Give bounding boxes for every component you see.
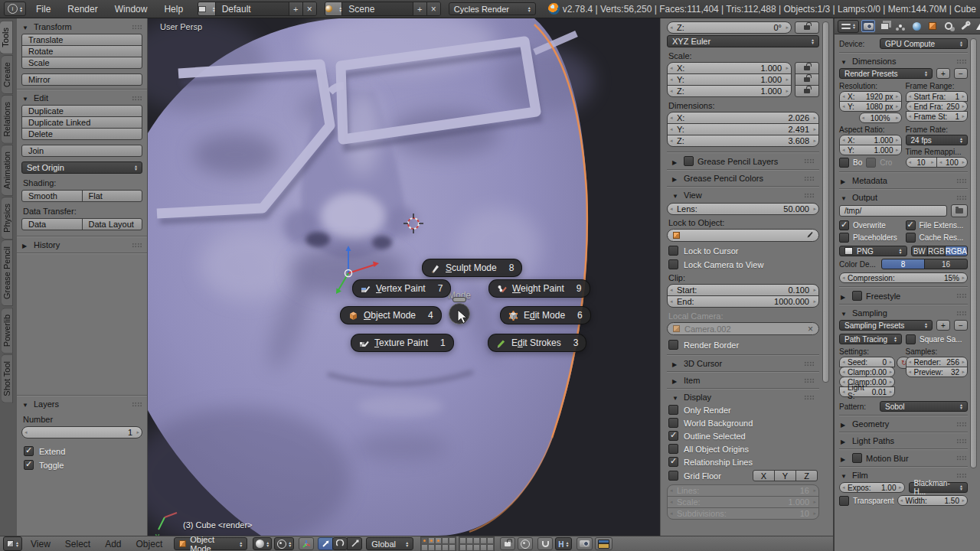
extend-checkbox[interactable] bbox=[24, 446, 34, 456]
scale-z-field[interactable]: Z:1.000 bbox=[667, 85, 792, 97]
collapse-triangle-icon[interactable] bbox=[841, 57, 848, 66]
scene-icon[interactable] bbox=[325, 2, 343, 15]
remove-scene-button[interactable] bbox=[426, 2, 440, 15]
tab-physics[interactable]: Physics bbox=[2, 197, 13, 240]
border-checkbox[interactable] bbox=[839, 158, 849, 168]
tab-object[interactable] bbox=[926, 20, 939, 32]
overwrite-row[interactable]: Overwrite bbox=[839, 220, 902, 230]
resolution-percentage-field[interactable]: 100% bbox=[859, 112, 902, 123]
placeholders-row[interactable]: Placeholders bbox=[839, 233, 902, 243]
panel-header-layers[interactable]: Layers bbox=[22, 399, 142, 409]
collapse-triangle-icon[interactable] bbox=[841, 292, 848, 301]
collapse-triangle-icon[interactable] bbox=[672, 174, 680, 183]
pie-item-object-mode[interactable]: Object Mode 4 bbox=[340, 306, 442, 324]
light-sampling-field[interactable]: Light S:0.01 bbox=[839, 386, 895, 397]
clear-camera-icon[interactable] bbox=[808, 324, 813, 334]
color-depth-toggle[interactable]: 8 16 bbox=[881, 259, 968, 269]
world-background-checkbox[interactable] bbox=[668, 418, 678, 428]
lock-rotation-z-button[interactable] bbox=[795, 21, 819, 34]
rotate-button[interactable]: Rotate bbox=[21, 45, 142, 57]
integrator-select[interactable]: Path Tracing bbox=[839, 334, 902, 344]
manipulator-rotate-toggle[interactable] bbox=[332, 537, 348, 550]
pixel-filter-select[interactable]: Blackman-H... bbox=[909, 482, 969, 493]
proportional-edit-select[interactable] bbox=[518, 537, 533, 550]
panel-grip[interactable] bbox=[804, 176, 814, 181]
panel-grip[interactable] bbox=[956, 473, 966, 478]
panel-header-transform[interactable]: Transform bbox=[22, 22, 142, 31]
relationship-lines-checkbox[interactable] bbox=[668, 457, 678, 467]
panel-header-output[interactable]: Output bbox=[841, 193, 966, 202]
clip-end-field[interactable]: End:1000.000 bbox=[667, 295, 819, 308]
axis-z-toggle[interactable]: Z bbox=[795, 470, 818, 481]
render-engine-select[interactable]: Cycles Render bbox=[449, 2, 536, 15]
screen-layout-icon[interactable] bbox=[198, 2, 216, 15]
frame-end-field[interactable]: End Fra:250 bbox=[906, 101, 969, 112]
toggle-checkbox-row[interactable]: Toggle bbox=[24, 460, 140, 470]
outline-selected-checkbox[interactable] bbox=[668, 431, 678, 441]
add-scene-button[interactable] bbox=[413, 2, 426, 15]
pie-item-sculpt-mode[interactable]: Sculpt Mode 8 bbox=[422, 259, 522, 277]
menu-window[interactable]: Window bbox=[108, 4, 155, 15]
snap-toggle[interactable] bbox=[537, 537, 553, 550]
manipulator-translate-toggle[interactable] bbox=[318, 537, 333, 550]
data-transfer-layout-button[interactable]: Data Layout bbox=[82, 218, 143, 230]
opengl-render-button[interactable] bbox=[577, 537, 593, 550]
scale-button[interactable]: Scale bbox=[21, 57, 142, 69]
collapse-triangle-icon[interactable] bbox=[841, 471, 848, 480]
color-mode-bw[interactable]: BW bbox=[911, 246, 928, 256]
lens-field[interactable]: Lens:50.000 bbox=[667, 203, 819, 215]
panel-grip[interactable] bbox=[132, 402, 142, 407]
remap-new-field[interactable]: 100 bbox=[936, 157, 968, 168]
pie-item-edit-strokes[interactable]: Edit Strokes 3 bbox=[488, 334, 586, 352]
square-samples-row[interactable]: Square Sa... bbox=[906, 334, 962, 344]
world-background-row[interactable]: World Background bbox=[668, 418, 818, 428]
clamp-direct-field[interactable]: Clamp:0.00 bbox=[839, 367, 895, 377]
panel-header-history[interactable]: History bbox=[22, 240, 142, 249]
mode-select[interactable]: Object Mode bbox=[174, 537, 247, 550]
panel-grip[interactable] bbox=[132, 96, 142, 101]
duplicate-linked-button[interactable]: Duplicate Linked bbox=[21, 116, 142, 129]
transparent-checkbox[interactable] bbox=[839, 496, 849, 506]
panel-grip[interactable] bbox=[956, 311, 966, 316]
lock-camera-row[interactable]: Lock Camera to View bbox=[668, 259, 818, 269]
tab-object-data[interactable] bbox=[974, 20, 980, 32]
panel-header-edit[interactable]: Edit bbox=[22, 93, 142, 103]
file-format-select[interactable]: PNG bbox=[839, 246, 907, 256]
rotation-mode-select[interactable]: XYZ Euler bbox=[667, 35, 819, 47]
collapse-triangle-icon[interactable] bbox=[672, 191, 680, 200]
toggle-checkbox[interactable] bbox=[24, 460, 34, 470]
transform-orientation-select[interactable]: Global bbox=[366, 537, 413, 550]
tab-powerlib[interactable]: Powerlib bbox=[2, 308, 13, 354]
tab-shot-tool[interactable]: Shot Tool bbox=[2, 354, 13, 403]
pivot-point-select[interactable] bbox=[274, 537, 294, 550]
dimension-x-field[interactable]: X:2.026 bbox=[667, 112, 819, 124]
panel-grip[interactable] bbox=[132, 243, 142, 248]
properties-scrollbar[interactable] bbox=[970, 38, 977, 468]
only-render-checkbox[interactable] bbox=[668, 405, 678, 415]
manipulator-scale-toggle[interactable] bbox=[347, 537, 362, 550]
menu-file[interactable]: File bbox=[29, 4, 57, 15]
only-render-row[interactable]: Only Render bbox=[668, 405, 818, 415]
panel-grip[interactable] bbox=[956, 195, 966, 201]
panel-grip[interactable] bbox=[956, 59, 966, 64]
panel-grip[interactable] bbox=[804, 158, 814, 164]
frame-rate-select[interactable]: 24 fps bbox=[906, 135, 969, 145]
menu-help[interactable]: Help bbox=[157, 4, 190, 15]
compression-slider[interactable]: Compression:15% bbox=[839, 272, 968, 283]
pie-item-texture-paint[interactable]: Texture Paint 1 bbox=[351, 334, 454, 352]
render-samples-field[interactable]: Render:256 bbox=[906, 357, 969, 367]
shade-smooth-button[interactable]: Smooth bbox=[21, 190, 83, 202]
pattern-select[interactable]: Sobol bbox=[880, 401, 968, 412]
panel-header-grease-pencil-layers[interactable]: Grease Pencil Layers bbox=[672, 156, 814, 166]
set-origin-select[interactable]: Set Origin bbox=[21, 161, 142, 174]
grid-floor-row[interactable]: Grid Floor X Y Z bbox=[668, 470, 818, 481]
data-transfer-data-button[interactable]: Data bbox=[21, 218, 83, 230]
dimension-z-field[interactable]: Z:3.608 bbox=[667, 135, 819, 147]
tab-render-layers[interactable] bbox=[877, 20, 891, 32]
editor-type-3dview-button[interactable] bbox=[3, 536, 22, 551]
transparent-row[interactable]: Transparent bbox=[839, 496, 893, 506]
panel-header-view[interactable]: View bbox=[672, 191, 814, 200]
all-object-origins-row[interactable]: All Object Origins bbox=[668, 444, 818, 454]
panel-header-dimensions[interactable]: Dimensions bbox=[841, 57, 966, 66]
screen-layout-name[interactable]: Default bbox=[216, 2, 289, 15]
